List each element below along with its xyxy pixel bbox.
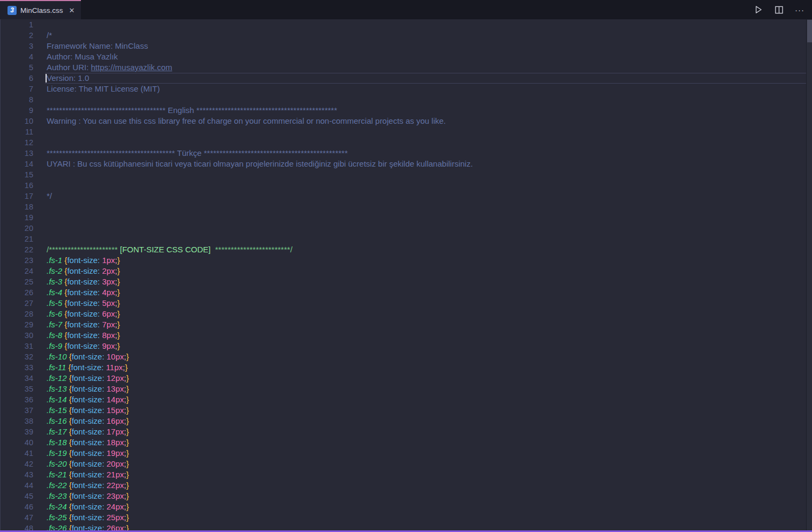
line-number[interactable]: 28 <box>0 309 33 319</box>
line-number[interactable]: 17 <box>0 191 33 201</box>
line-number[interactable]: 32 <box>0 351 33 362</box>
line-number[interactable]: 29 <box>0 319 33 330</box>
line-number[interactable]: 33 <box>0 362 33 373</box>
code-line[interactable]: 15 <box>0 169 807 180</box>
scrollbar-thumb[interactable] <box>807 20 812 42</box>
code-line[interactable]: 3Framework Name: MinClass <box>0 41 807 51</box>
line-number[interactable]: 11 <box>0 126 33 137</box>
line-number[interactable]: 20 <box>0 223 33 234</box>
run-button[interactable] <box>754 5 763 14</box>
line-number[interactable]: 37 <box>0 405 33 416</box>
code-line[interactable]: 36.fs-14 {font-size: 14px;} <box>0 394 807 405</box>
code-line[interactable]: 13**************************************… <box>0 148 807 159</box>
code-line[interactable]: 47.fs-25 {font-size: 25px;} <box>0 512 807 523</box>
code-line[interactable]: 34.fs-12 {font-size: 12px;} <box>0 373 807 384</box>
code-line[interactable]: 9************************************** … <box>0 105 807 116</box>
tab-minclass-css[interactable]: 3 MinClass.css ✕ <box>0 0 81 19</box>
code-line[interactable]: 26.fs-4 {font-size: 4px;} <box>0 287 807 298</box>
code-line[interactable]: 19 <box>0 212 807 223</box>
line-number[interactable]: 19 <box>0 212 33 223</box>
code-line[interactable]: 39.fs-17 {font-size: 17px;} <box>0 426 807 437</box>
split-editor-icon[interactable] <box>774 5 784 14</box>
line-number[interactable]: 2 <box>0 30 33 41</box>
line-number[interactable]: 39 <box>0 426 33 437</box>
code-line[interactable]: 24.fs-2 {font-size: 2px;} <box>0 266 807 276</box>
code-line[interactable]: 12 <box>0 137 807 148</box>
code-line[interactable]: 41.fs-19 {font-size: 19px;} <box>0 448 807 459</box>
more-actions-icon[interactable]: ··· <box>795 5 804 14</box>
code-line[interactable]: 45.fs-23 {font-size: 23px;} <box>0 491 807 501</box>
line-number[interactable]: 5 <box>0 62 33 73</box>
line-number[interactable]: 38 <box>0 416 33 426</box>
code-line[interactable]: 6Version: 1.0 <box>0 73 807 84</box>
line-number[interactable]: 44 <box>0 480 33 491</box>
line-number[interactable]: 13 <box>0 148 33 159</box>
line-number[interactable]: 4 <box>0 51 33 62</box>
code-line[interactable]: 48.fs-26 {font-size: 26px;} <box>0 523 807 530</box>
line-number[interactable]: 8 <box>0 94 33 105</box>
line-number[interactable]: 18 <box>0 201 33 212</box>
code-line[interactable]: 14UYARI : Bu css kütüphanesini ticari ve… <box>0 159 807 169</box>
line-number[interactable]: 30 <box>0 330 33 341</box>
line-number[interactable]: 21 <box>0 234 33 244</box>
line-number[interactable]: 35 <box>0 384 33 394</box>
code-line[interactable]: 28.fs-6 {font-size: 6px;} <box>0 309 807 319</box>
vertical-scrollbar[interactable] <box>806 19 812 530</box>
code-line[interactable]: 33.fs-11 {font-size: 11px;} <box>0 362 807 373</box>
line-number[interactable]: 12 <box>0 137 33 148</box>
line-number[interactable]: 48 <box>0 523 33 530</box>
code-line[interactable]: 16 <box>0 180 807 191</box>
code-line[interactable]: 25.fs-3 {font-size: 3px;} <box>0 276 807 287</box>
line-number[interactable]: 10 <box>0 116 33 126</box>
line-number[interactable]: 40 <box>0 437 33 448</box>
code-line[interactable]: 31.fs-9 {font-size: 9px;} <box>0 341 807 351</box>
line-number[interactable]: 14 <box>0 159 33 169</box>
code-line[interactable]: 18 <box>0 201 807 212</box>
line-number[interactable]: 42 <box>0 459 33 469</box>
code-line[interactable]: 38.fs-16 {font-size: 16px;} <box>0 416 807 426</box>
line-number[interactable]: 45 <box>0 491 33 501</box>
line-number[interactable]: 41 <box>0 448 33 459</box>
code-line[interactable]: 42.fs-20 {font-size: 20px;} <box>0 459 807 469</box>
line-number[interactable]: 31 <box>0 341 33 351</box>
code-line[interactable]: 11 <box>0 126 807 137</box>
line-number[interactable]: 9 <box>0 105 33 116</box>
code-line[interactable]: 37.fs-15 {font-size: 15px;} <box>0 405 807 416</box>
author-uri-link[interactable]: https://musayazlik.com <box>91 63 173 72</box>
code-line[interactable]: 8 <box>0 94 807 105</box>
code-line[interactable]: 1 <box>0 19 807 30</box>
code-line[interactable]: 17*/ <box>0 191 807 201</box>
code-line[interactable]: 4Author: Musa Yazlık <box>0 51 807 62</box>
code-line[interactable]: 29.fs-7 {font-size: 7px;} <box>0 319 807 330</box>
code-line[interactable]: 7License: The MIT License (MIT) <box>0 84 807 94</box>
line-number[interactable]: 23 <box>0 255 33 266</box>
code-line[interactable]: 22/********************** [FONT-SIZE CSS… <box>0 244 807 255</box>
line-number[interactable]: 6 <box>0 73 33 84</box>
code-line[interactable]: 20 <box>0 223 807 234</box>
code-line[interactable]: 10Warning : You can use this css library… <box>0 116 807 126</box>
line-number[interactable]: 34 <box>0 373 33 384</box>
line-number[interactable]: 1 <box>0 19 33 30</box>
code-line[interactable]: 43.fs-21 {font-size: 21px;} <box>0 469 807 480</box>
code-line[interactable]: 5Author URI: https://musayazlik.com <box>0 62 807 73</box>
line-number[interactable]: 47 <box>0 512 33 523</box>
line-number[interactable]: 22 <box>0 244 33 255</box>
code-line[interactable]: 46.fs-24 {font-size: 24px;} <box>0 501 807 512</box>
line-number[interactable]: 27 <box>0 298 33 309</box>
code-line[interactable]: 35.fs-13 {font-size: 13px;} <box>0 384 807 394</box>
code-line[interactable]: 40.fs-18 {font-size: 18px;} <box>0 437 807 448</box>
line-number[interactable]: 24 <box>0 266 33 276</box>
line-number[interactable]: 46 <box>0 501 33 512</box>
code-line[interactable]: 30.fs-8 {font-size: 8px;} <box>0 330 807 341</box>
line-number[interactable]: 7 <box>0 84 33 94</box>
line-number[interactable]: 3 <box>0 41 33 51</box>
code-line[interactable]: 44.fs-22 {font-size: 22px;} <box>0 480 807 491</box>
code-editor[interactable]: 12/*3Framework Name: MinClass4Author: Mu… <box>0 19 807 530</box>
line-number[interactable]: 43 <box>0 469 33 480</box>
line-number[interactable]: 16 <box>0 180 33 191</box>
code-line[interactable]: 23.fs-1 {font-size: 1px;} <box>0 255 807 266</box>
line-number[interactable]: 15 <box>0 169 33 180</box>
code-line[interactable]: 2/* <box>0 30 807 41</box>
code-line[interactable]: 32.fs-10 {font-size: 10px;} <box>0 351 807 362</box>
line-number[interactable]: 36 <box>0 394 33 405</box>
